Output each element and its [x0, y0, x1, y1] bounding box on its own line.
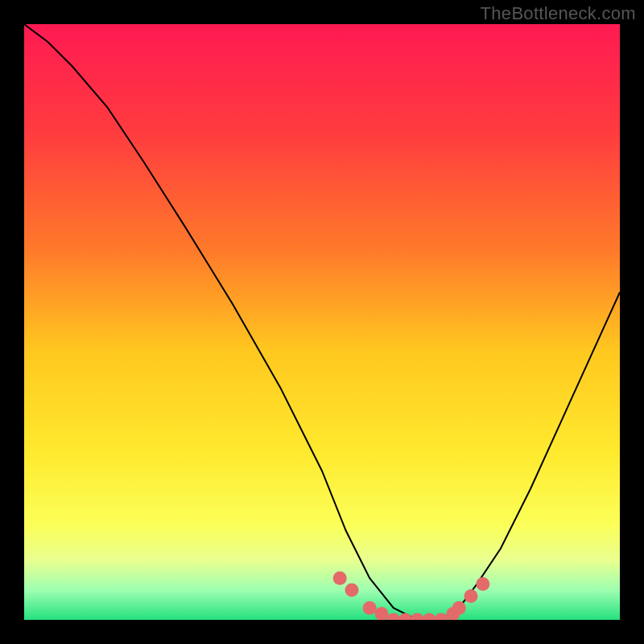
chart-frame: TheBottleneck.com: [0, 0, 644, 644]
watermark-text: TheBottleneck.com: [481, 3, 636, 24]
plot-area: [24, 24, 620, 620]
chart-svg: [24, 24, 620, 620]
highlight-dot: [333, 572, 347, 585]
highlight-dot: [345, 583, 358, 597]
highlight-dot: [464, 589, 477, 603]
highlight-dot: [363, 601, 377, 615]
highlight-dot: [476, 577, 489, 591]
gradient-background: [24, 24, 620, 620]
highlight-dot: [452, 601, 466, 615]
